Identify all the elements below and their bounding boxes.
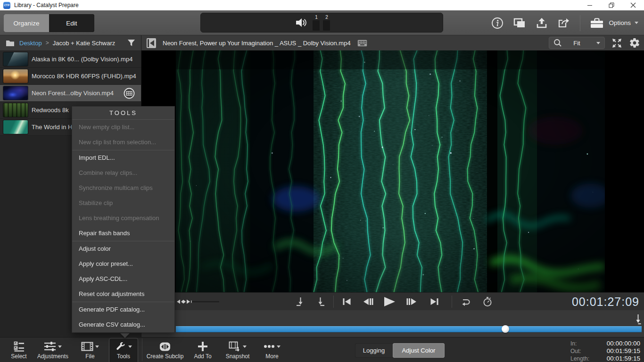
list-item-morocco[interactable]: Morocco 8K HDR 60FPS (FUHD).mp4	[0, 68, 141, 85]
tab-edit[interactable]: Edit	[49, 14, 94, 32]
mark-in-button[interactable]	[296, 297, 303, 306]
close-button[interactable]	[622, 0, 644, 10]
mode-tab-group: Organize Edit	[4, 14, 94, 32]
share-button[interactable]	[557, 17, 570, 29]
menu-item-apply-asc-cdl[interactable]: Apply ASC-CDL...	[72, 272, 174, 287]
options-label: Options	[609, 19, 631, 26]
toolbar-separator	[580, 15, 580, 31]
minimize-icon	[587, 2, 593, 8]
tab-logging-label: Logging	[363, 347, 385, 354]
audio-volume-panel[interactable]: 1 2	[200, 13, 443, 33]
breadcrumb-root[interactable]: Desktop	[19, 40, 42, 47]
next-frame-button[interactable]	[406, 297, 417, 305]
duplicate-button[interactable]	[513, 17, 526, 29]
adjustments-icon	[44, 341, 56, 352]
out-point-marker-icon	[635, 314, 641, 324]
snapshot-icon	[229, 341, 241, 352]
audio-channel-2-label: 2	[323, 15, 330, 20]
transport-separator	[452, 296, 452, 308]
chevron-down-icon	[58, 346, 62, 348]
more-button[interactable]: More	[258, 337, 286, 362]
chevron-down-icon	[243, 346, 247, 348]
speaker-icon	[295, 17, 307, 28]
menu-item-generate-pdf-catalog[interactable]: Generate PDF catalog...	[72, 302, 174, 317]
clip-name: Redwoods 8k	[32, 107, 69, 114]
transport-bar: 00:01:27:09	[141, 292, 644, 310]
tab-logging[interactable]: Logging	[355, 343, 393, 358]
menu-item-adjust-color[interactable]: Adjust color	[72, 241, 174, 256]
adjustments-button[interactable]: Adjustments	[34, 337, 72, 362]
snapshot-button[interactable]: Snapshot	[221, 337, 255, 362]
tab-adjust-color[interactable]: Adjust Color	[393, 343, 445, 358]
mode-panel-tabs: Logging Adjust Color	[355, 343, 445, 358]
select-button[interactable]: Select	[7, 337, 31, 362]
tab-adjust-color-label: Adjust Color	[402, 347, 436, 354]
video-stage[interactable]	[141, 50, 644, 292]
mark-out-button[interactable]	[318, 297, 325, 306]
file-button[interactable]: File	[75, 337, 105, 362]
file-label: File	[85, 353, 94, 360]
menu-item-apply-color-preset[interactable]: Apply color preset...	[72, 256, 174, 272]
title-bar: CTP Library - Catalyst Prepare	[0, 0, 644, 10]
zoom-mode-dropdown[interactable]: Fit	[549, 37, 605, 49]
top-toolbar: Organize Edit 1 2	[0, 10, 644, 35]
snapshot-label: Snapshot	[226, 353, 250, 360]
tab-organize[interactable]: Organize	[4, 14, 49, 32]
play-speed-button[interactable]	[482, 296, 493, 307]
playhead-handle[interactable]	[502, 325, 509, 333]
upload-icon	[536, 17, 548, 29]
toolbox-icon	[590, 17, 604, 29]
list-item-alaska[interactable]: Alaska in 8K 60... (Dolby Vision).mp4	[0, 51, 141, 68]
clip-name: Alaska in 8K 60... (Dolby Vision).mp4	[32, 56, 132, 63]
minimize-button[interactable]	[579, 0, 601, 10]
menu-item-stabilize-clip: Stabilize clip	[72, 196, 174, 211]
file-icon	[81, 342, 93, 351]
breadcrumb: Desktop > Jacob + Katie Schwarz	[0, 35, 141, 50]
close-icon	[630, 2, 636, 8]
menu-item-generate-csv-catalog[interactable]: Generate CSV catalog...	[72, 317, 174, 332]
window-title: Library - Catalyst Prepare	[14, 2, 79, 8]
options-button[interactable]: Options	[590, 17, 638, 29]
menu-item-reset-color-adjustments[interactable]: Reset color adjustments	[72, 287, 174, 302]
restore-button[interactable]	[601, 0, 622, 10]
shuttle-control[interactable]	[177, 297, 220, 306]
menu-item-repair-flash-bands[interactable]: Repair flash bands	[72, 226, 174, 241]
tools-menu: TOOLS New empty clip list... New clip li…	[72, 106, 175, 333]
go-to-end-button[interactable]	[430, 297, 439, 305]
plus-icon	[198, 341, 208, 352]
seek-bar[interactable]	[176, 326, 642, 332]
viewer-clip-title: Neon Forest, Power up Your Imagination _…	[163, 40, 351, 47]
loop-playback-button[interactable]	[460, 297, 471, 306]
mark-out-icon	[318, 297, 325, 306]
tools-button[interactable]: Tools	[109, 337, 138, 362]
current-timecode[interactable]: 00:01:27:09	[572, 295, 639, 308]
go-to-start-button[interactable]	[342, 297, 351, 305]
upload-button[interactable]	[536, 17, 548, 29]
settings-button[interactable]	[629, 37, 640, 49]
clip-name: Neon Forest...olby Vision.mp4	[32, 90, 114, 97]
filter-button[interactable]	[127, 39, 135, 47]
list-item-neon-forest[interactable]: Neon Forest...olby Vision.mp4	[0, 85, 141, 102]
out-value: 00:01:59:15	[595, 347, 640, 354]
play-button[interactable]	[383, 296, 396, 307]
catalyst-prepare-window: CTP Library - Catalyst Prepare Organize …	[0, 0, 644, 362]
fullscreen-button[interactable]	[611, 38, 622, 49]
previous-frame-icon	[363, 297, 373, 305]
info-button[interactable]	[491, 17, 504, 29]
add-to-button[interactable]: Add To	[190, 337, 216, 362]
menu-item-synchronize-multicam-clips: Synchronize multicam clips	[72, 181, 174, 196]
menu-item-import-edl[interactable]: Import EDL...	[72, 150, 174, 165]
clip-list-badge-button[interactable]	[123, 87, 135, 99]
stopwatch-icon	[482, 296, 493, 307]
previous-frame-button[interactable]	[363, 297, 373, 305]
keyboard-button[interactable]	[357, 40, 367, 47]
media-browser-toggle-button[interactable]	[146, 38, 157, 49]
mark-in-icon	[296, 297, 303, 306]
filter-icon	[127, 39, 135, 47]
create-subclip-button[interactable]: Create Subclip	[144, 337, 186, 362]
keyboard-icon	[357, 40, 367, 47]
in-point-row: In: 00:00:00:00	[570, 340, 640, 347]
transport-separator	[333, 296, 334, 308]
select-icon	[14, 341, 25, 352]
collapse-left-icon	[146, 38, 157, 49]
